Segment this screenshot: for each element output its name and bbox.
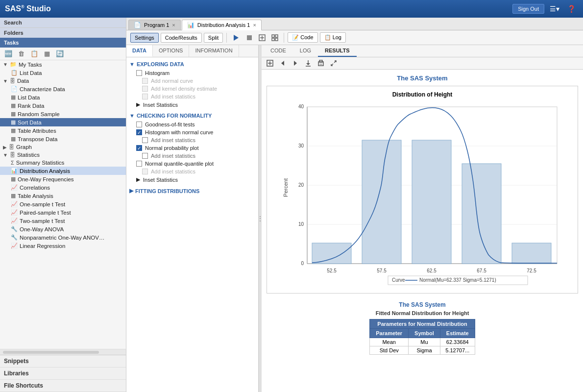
left-panel: DATA OPTIONS INFORMATION ▼ EXPLORING DAT… [126,45,259,392]
normal-prob-checkbox[interactable]: ✓ [136,145,142,151]
information-tab[interactable]: INFORMATION [189,45,239,57]
log-icon: 📋 [324,34,331,40]
download-btn[interactable] [303,59,314,68]
add-inset-normal-option[interactable]: Add inset statistics [128,152,256,160]
sidebar-item-summary-statistics[interactable]: Σ Summary Statistics [0,159,126,167]
sidebar-item-data[interactable]: ▼ 🗄 Data [0,77,126,85]
new-file-btn[interactable] [265,59,275,68]
run-icon [232,34,240,42]
snippets-item[interactable]: Snippets [0,355,126,368]
chart-title: Distribution of Height [272,91,573,98]
tab-close-program1[interactable]: × [172,22,175,28]
chart-container: Distribution of Height Percent 0 [267,86,578,294]
params-table: Parameters for Normal Distribution Param… [369,319,475,355]
sidebar-item-graph[interactable]: ▶ 🗄 Graph [0,143,126,151]
sidebar-item-list-data-1[interactable]: 📋 List Data [0,69,126,77]
sidebar-item-sort-data[interactable]: ▦ Sort Data [0,118,126,126]
sidebar-item-rank-data[interactable]: ▦ Rank Data [0,101,126,110]
sidebar-item-one-way-anova[interactable]: 🔧 One-Way ANOVA [0,225,126,233]
sidebar-item-two-sample-t[interactable]: 📈 Two-sample t Test [0,217,126,225]
new-button[interactable] [257,33,267,42]
main-toolbar: Settings Code/Results Split 📝 Code � [126,30,583,45]
copy-icon[interactable]: 📋 [29,49,40,58]
histogram-checkbox[interactable] [136,70,142,76]
stop-button[interactable] [244,33,255,42]
add-inset-hist-checkbox[interactable] [142,137,148,143]
settings-button[interactable]: Settings [130,33,159,43]
results-tab[interactable]: RESULTS [318,45,357,57]
forward-btn[interactable] [290,59,301,68]
goodness-fit-checkbox[interactable] [136,122,142,127]
add-kernel-checkbox [142,86,148,92]
sidebar-item-correlations[interactable]: 📈 Correlations [0,183,126,192]
tab-close-dist[interactable]: × [253,22,256,28]
sidebar-item-paired-sample-t[interactable]: 📈 Paired-sample t Test [0,208,126,217]
tab-program1[interactable]: 📄 Program 1 × [128,20,181,30]
sidebar-item-statistics[interactable]: ▼ 🗄 Statistics [0,151,126,159]
sidebar-item-nonparametric-anova[interactable]: 🔧 Nonparametric One-Way ANOV… [0,233,126,242]
checking-normality-header[interactable]: ▼ CHECKING FOR NORMALITY [128,111,256,121]
table-icon[interactable]: ▦ [43,49,51,58]
expand-btn[interactable] [328,59,339,68]
print-btn[interactable] [316,59,326,68]
code-tab[interactable]: CODE [264,45,293,57]
inset-statistics-1-option[interactable]: ▶ Inset Statistics [128,100,256,109]
log-tab[interactable]: LOG [293,45,318,57]
sidebar-item-distribution-analysis[interactable]: 📊 Distribution Analysis [0,167,126,175]
menu-icon[interactable]: ☰▾ [547,4,562,14]
new-task-icon[interactable]: 🆕 [3,49,14,58]
goodness-of-fit-option[interactable]: Goodness-of-fit tests [128,121,256,128]
results-section2-title: The SAS System [267,301,578,308]
histogram-normal-curve-option[interactable]: ✓ Histogram with normal curve [128,128,256,136]
checking-normality-section: ▼ CHECKING FOR NORMALITY Goodness-of-fit… [128,111,256,184]
sidebar-item-my-tasks[interactable]: ▼ 📁 My Tasks [0,60,126,69]
log-inline-button[interactable]: 📋 Log [320,32,346,43]
tab-distribution-analysis[interactable]: 📊 Distribution Analysis 1 × [182,20,262,30]
sidebar-item-table-analysis[interactable]: ▦ Table Analysis [0,192,126,200]
sidebar-item-characterize-data[interactable]: 📄 Characterize Data [0,85,126,93]
sidebar-item-one-way-freq[interactable]: ▦ One-Way Frequencies [0,175,126,183]
refresh-icon[interactable]: 🔄 [54,49,65,58]
normal-qq-checkbox[interactable] [136,161,142,167]
exploring-expand-icon: ▼ [129,61,135,67]
data-tab[interactable]: DATA [126,45,153,57]
code-results-button[interactable]: Code/Results [161,33,202,43]
inset-statistics-2-option[interactable]: ▶ Inset Statistics [128,175,256,184]
delete-icon[interactable]: 🗑 [17,49,26,58]
sidebar-item-table-attributes[interactable]: ▦ Table Attributes [0,126,126,135]
sidebar-folders-header[interactable]: Folders [0,28,126,38]
code-inline-button[interactable]: 📝 Code [288,32,317,43]
file-shortcuts-item[interactable]: File Shortcuts [0,380,126,392]
split-button[interactable]: Split [204,33,223,43]
svg-rect-5 [272,35,274,37]
histogram-option[interactable]: Histogram [128,69,256,77]
svg-marker-12 [281,61,284,66]
exploring-data-header[interactable]: ▼ EXPLORING DATA [128,59,256,69]
program-tab-icon: 📄 [134,22,141,28]
results-system-title: The SAS System [267,74,578,82]
fitting-distributions-header[interactable]: ▶ FITTING DISTRIBUTIONS [128,186,256,196]
options-tab[interactable]: OPTIONS [153,45,190,57]
run-button[interactable] [230,33,242,43]
sign-out-button[interactable]: Sign Out [512,4,544,14]
svg-text:67.5: 67.5 [477,268,486,273]
normal-qq-option[interactable]: Normal quantile-quantile plot [128,160,256,168]
grid-button[interactable] [269,33,280,42]
add-inset-normal-checkbox[interactable] [142,153,148,159]
fitting-distributions-section: ▶ FITTING DISTRIBUTIONS [128,186,256,196]
svg-marker-13 [294,61,297,66]
back-btn[interactable] [277,59,288,68]
sidebar-item-random-sample[interactable]: ▦ Random Sample [0,110,126,118]
sidebar-tasks-header[interactable]: Tasks [0,38,126,48]
libraries-item[interactable]: Libraries [0,368,126,380]
normal-prob-plot-option[interactable]: ✓ Normal probability plot [128,144,256,152]
help-icon[interactable]: ❓ [565,4,578,14]
sidebar-search-header: Search [0,18,126,28]
y-axis-label: Percent [283,178,289,197]
sidebar-item-linear-regression[interactable]: 📈 Linear Regression [0,242,126,250]
sidebar-item-transpose-data[interactable]: ▦ Transpose Data [0,135,126,143]
sidebar-item-one-sample-t[interactable]: 📈 One-sample t Test [0,200,126,208]
histogram-normal-checkbox[interactable]: ✓ [136,129,142,135]
add-inset-hist-option[interactable]: Add inset statistics [128,136,256,144]
sidebar-item-list-data-2[interactable]: ▦ List Data [0,93,126,101]
